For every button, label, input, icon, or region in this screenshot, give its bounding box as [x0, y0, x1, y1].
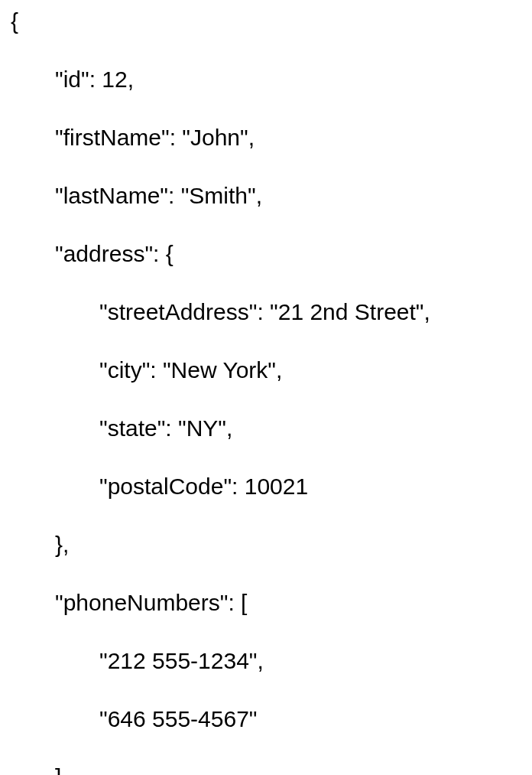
json-address-close: }, — [11, 531, 521, 558]
json-phonenumbers-close: ] — [11, 764, 521, 775]
json-address-open: "address": { — [11, 240, 521, 268]
json-firstname-line: "firstName": "John", — [11, 124, 521, 151]
json-city-line: "city": "New York", — [11, 357, 521, 384]
json-id-line: "id": 12, — [11, 66, 521, 93]
json-streetaddress-line: "streetAddress": "21 2nd Street", — [11, 298, 521, 326]
json-phonenumbers-open: "phoneNumbers": [ — [11, 589, 521, 617]
json-postalcode-line: "postalCode": 10021 — [11, 473, 521, 500]
json-lastname-line: "lastName": "Smith", — [11, 182, 521, 210]
json-phone1-line: "212 555-1234", — [11, 647, 521, 675]
json-state-line: "state": "NY", — [11, 415, 521, 442]
json-phone2-line: "646 555-4567" — [11, 705, 521, 733]
json-open-brace: { — [11, 8, 521, 35]
